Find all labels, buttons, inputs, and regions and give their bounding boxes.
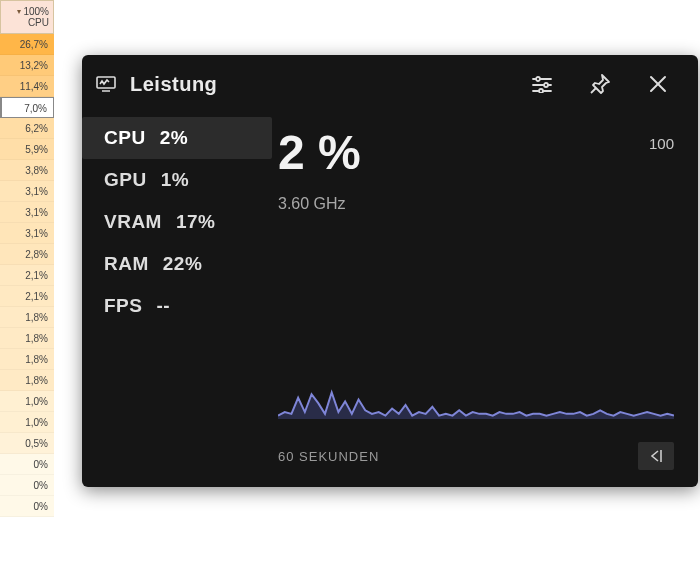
cpu-usage-row[interactable]: 0% [0, 454, 54, 475]
y-axis-max-label: 100 [649, 135, 674, 152]
svg-point-2 [544, 83, 548, 87]
metric-row-fps[interactable]: FPS-- [82, 285, 272, 327]
cpu-usage-value: 5,9% [25, 144, 48, 155]
cpu-usage-row[interactable]: 2,8% [0, 244, 54, 265]
overlay-header: Leistung [82, 55, 698, 113]
cpu-usage-row[interactable]: 13,2% [0, 55, 54, 76]
metric-name: RAM [104, 253, 149, 275]
cpu-usage-value: 1,8% [25, 312, 48, 323]
cpu-usage-row[interactable]: 5,9% [0, 139, 54, 160]
performance-overlay: Leistung CPU2%GPU1%VRAM17%RAM22%FPS-- [82, 55, 698, 487]
metric-value: -- [156, 295, 170, 317]
cpu-usage-row[interactable]: 3,1% [0, 181, 54, 202]
metric-value: 22% [163, 253, 203, 275]
metric-value: 1% [161, 169, 189, 191]
overlay-title: Leistung [130, 73, 217, 96]
cpu-frequency: 3.60 GHz [278, 195, 674, 213]
cpu-usage-value: 0% [34, 480, 48, 491]
pin-button[interactable] [578, 64, 622, 104]
cpu-usage-row[interactable]: 0% [0, 475, 54, 496]
cpu-column-header[interactable]: ▾ 100% CPU [0, 0, 54, 34]
metric-row-vram[interactable]: VRAM17% [82, 201, 272, 243]
cpu-usage-value: 2,8% [25, 249, 48, 260]
cpu-usage-value: 3,8% [25, 165, 48, 176]
cpu-usage-row[interactable]: 6,2% [0, 118, 54, 139]
cpu-usage-value: 7,0% [24, 103, 47, 114]
cpu-usage-row[interactable]: 1,0% [0, 412, 54, 433]
cpu-usage-row[interactable]: 26,7% [0, 34, 54, 55]
metric-name: FPS [104, 295, 142, 317]
metric-row-cpu[interactable]: CPU2% [82, 117, 272, 159]
x-axis-label: 60 SEKUNDEN [278, 449, 379, 464]
cpu-usage-value: 1,0% [25, 417, 48, 428]
cpu-usage-row[interactable]: 3,1% [0, 202, 54, 223]
metrics-list: CPU2%GPU1%VRAM17%RAM22%FPS-- [82, 113, 272, 487]
chevron-down-icon: ▾ [17, 7, 21, 16]
cpu-usage-row[interactable]: 1,0% [0, 391, 54, 412]
cpu-header-percent: 100% [23, 6, 49, 17]
cpu-usage-column: ▾ 100% CPU 26,7%13,2%11,4%7,0%6,2%5,9%3,… [0, 0, 54, 573]
metric-value: 17% [176, 211, 216, 233]
cpu-usage-value: 2,1% [25, 270, 48, 281]
cpu-usage-row[interactable]: 3,1% [0, 223, 54, 244]
cpu-usage-value: 13,2% [20, 60, 48, 71]
cpu-usage-value: 1,8% [25, 354, 48, 365]
cpu-usage-row[interactable]: 1,8% [0, 370, 54, 391]
cpu-usage-row[interactable]: 0% [0, 496, 54, 517]
cpu-usage-value: 6,2% [25, 123, 48, 134]
usage-chart [278, 241, 674, 441]
cpu-usage-value: 1,8% [25, 375, 48, 386]
metric-row-gpu[interactable]: GPU1% [82, 159, 272, 201]
settings-button[interactable] [520, 64, 564, 104]
cpu-usage-value: 26,7% [20, 39, 48, 50]
cpu-header-label: CPU [28, 17, 49, 28]
metric-value: 2% [160, 127, 188, 149]
metric-name: GPU [104, 169, 147, 191]
cpu-usage-value: 11,4% [20, 81, 48, 92]
cpu-usage-row[interactable]: 3,8% [0, 160, 54, 181]
cpu-usage-row[interactable]: 0,5% [0, 433, 54, 454]
cpu-usage-value: 3,1% [25, 207, 48, 218]
close-button[interactable] [636, 64, 680, 104]
metric-name: VRAM [104, 211, 162, 233]
cpu-usage-value: 0,5% [25, 438, 48, 449]
cpu-usage-value: 2,1% [25, 291, 48, 302]
metric-name: CPU [104, 127, 146, 149]
cpu-usage-row[interactable]: 2,1% [0, 286, 54, 307]
svg-point-1 [536, 77, 540, 81]
cpu-usage-row[interactable]: 1,8% [0, 307, 54, 328]
svg-point-3 [539, 89, 543, 93]
cpu-usage-value: 1,8% [25, 333, 48, 344]
cpu-usage-row[interactable]: 1,8% [0, 349, 54, 370]
cpu-usage-value: 0% [34, 501, 48, 512]
big-value: 2 % [278, 129, 361, 177]
cpu-usage-row[interactable]: 2,1% [0, 265, 54, 286]
cpu-usage-row[interactable]: 11,4% [0, 76, 54, 97]
monitor-icon [96, 76, 116, 92]
cpu-usage-value: 0% [34, 459, 48, 470]
cpu-usage-row[interactable]: 7,0% [0, 97, 54, 118]
metric-row-ram[interactable]: RAM22% [82, 243, 272, 285]
collapse-button[interactable] [638, 442, 674, 470]
chart-pane: 2 % 100 3.60 GHz 60 SEKUNDEN [272, 113, 698, 487]
cpu-usage-value: 1,0% [25, 396, 48, 407]
cpu-usage-value: 3,1% [25, 186, 48, 197]
cpu-usage-value: 3,1% [25, 228, 48, 239]
cpu-usage-row[interactable]: 1,8% [0, 328, 54, 349]
